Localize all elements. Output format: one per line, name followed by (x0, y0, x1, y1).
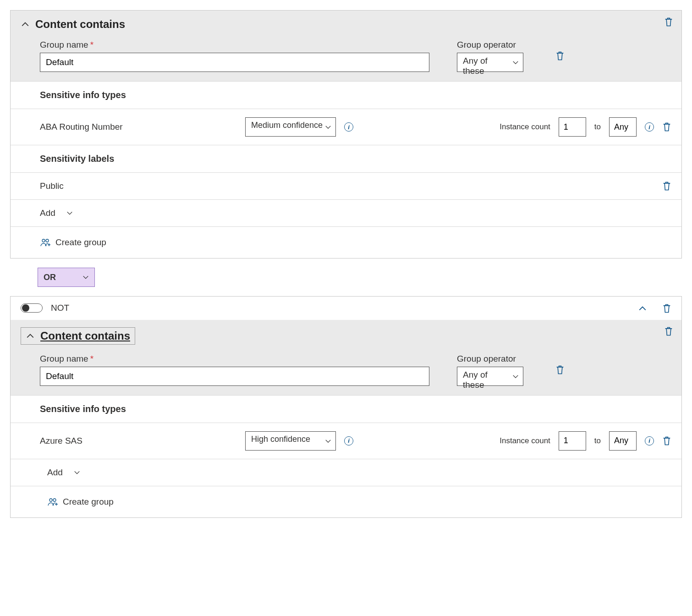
add-dropdown[interactable]: Add (11, 459, 681, 486)
group-operator-label: Group operator (457, 354, 523, 364)
instance-from-input[interactable] (559, 431, 586, 451)
create-group-label: Create group (55, 237, 106, 248)
group1-header: Content contains Group name* Group opera… (11, 11, 681, 81)
delete-group-icon[interactable] (664, 326, 673, 336)
delete-subgroup-icon[interactable] (555, 51, 565, 61)
create-group-icon (40, 237, 51, 248)
sit-header-row: Sensitive info types (11, 395, 681, 423)
group-name-label: Group name* (40, 354, 429, 364)
collapse-toggle[interactable] (21, 20, 30, 29)
collapse-toggle[interactable] (638, 303, 647, 313)
sit-row: Azure SAS High confidence i Instance cou… (11, 423, 681, 459)
not-row: NOT (10, 296, 682, 319)
svg-point-1 (46, 239, 49, 242)
not-label: NOT (51, 303, 69, 313)
create-group-icon (47, 496, 58, 507)
info-icon[interactable]: i (645, 122, 654, 132)
condition-group-1: Content contains Group name* Group opera… (10, 10, 682, 258)
not-toggle[interactable] (21, 303, 43, 313)
sit-row: ABA Routing Number Medium confidence i I… (11, 109, 681, 145)
sit-name: ABA Routing Number (40, 122, 237, 132)
instance-count-label: Instance count (500, 122, 550, 132)
group-name-field: Group name* (40, 354, 429, 386)
group-name-input[interactable] (40, 53, 429, 72)
sens-row: Public (11, 172, 681, 199)
chevron-down-icon (82, 274, 89, 280)
chevron-down-icon (66, 210, 73, 216)
instance-count-label: Instance count (500, 436, 550, 446)
delete-group-icon[interactable] (662, 303, 671, 313)
group-operator-field: Group operator Any of these (457, 40, 523, 72)
group2-header: Content contains Group name* Group opera… (11, 320, 681, 395)
confidence-select[interactable]: High confidence (245, 431, 336, 451)
chevron-down-icon (74, 469, 80, 476)
group1-title: Content contains (35, 18, 125, 31)
to-label: to (594, 122, 601, 132)
collapse-toggle[interactable] (26, 331, 35, 341)
info-icon[interactable]: i (645, 436, 654, 446)
connector-label: OR (44, 273, 56, 282)
svg-point-2 (49, 499, 52, 501)
sens-header-row: Sensitivity labels (11, 145, 681, 172)
create-group-button[interactable]: Create group (11, 226, 681, 258)
svg-point-3 (53, 499, 56, 501)
create-group-label: Create group (63, 497, 114, 507)
sens-header-label: Sensitivity labels (40, 154, 114, 164)
delete-subgroup-icon[interactable] (555, 364, 565, 374)
group-name-field: Group name* (40, 40, 429, 72)
instance-from-input[interactable] (559, 117, 586, 137)
delete-row-icon[interactable] (662, 435, 671, 446)
group-operator-select[interactable]: Any of these (457, 53, 523, 72)
add-dropdown[interactable]: Add (11, 199, 681, 226)
instance-to-input[interactable] (609, 431, 637, 451)
delete-group-icon[interactable] (664, 17, 673, 27)
to-label: to (594, 436, 601, 446)
delete-row-icon[interactable] (662, 122, 671, 132)
group-operator-select[interactable]: Any of these (457, 367, 523, 386)
sit-header-label: Sensitive info types (40, 90, 126, 100)
sit-header-row: Sensitive info types (11, 81, 681, 109)
group2-title: Content contains (40, 330, 130, 342)
group-name-label: Group name* (40, 40, 429, 50)
info-icon[interactable]: i (344, 122, 353, 132)
create-group-button[interactable]: Create group (11, 486, 681, 517)
add-label: Add (47, 468, 63, 478)
instance-to-input[interactable] (609, 117, 637, 137)
logical-connector-select[interactable]: OR (38, 268, 95, 287)
confidence-select[interactable]: Medium confidence (245, 117, 336, 137)
sit-header-label: Sensitive info types (40, 404, 126, 414)
group-operator-label: Group operator (457, 40, 523, 50)
sit-name: Azure SAS (40, 436, 237, 446)
info-icon[interactable]: i (344, 436, 353, 446)
condition-group-2: Content contains Group name* Group opera… (10, 320, 682, 518)
svg-point-0 (42, 239, 45, 242)
delete-row-icon[interactable] (662, 181, 671, 191)
add-label: Add (40, 208, 55, 218)
group-name-input[interactable] (40, 367, 429, 386)
sens-label-name: Public (40, 181, 237, 191)
group-operator-field: Group operator Any of these (457, 354, 523, 386)
